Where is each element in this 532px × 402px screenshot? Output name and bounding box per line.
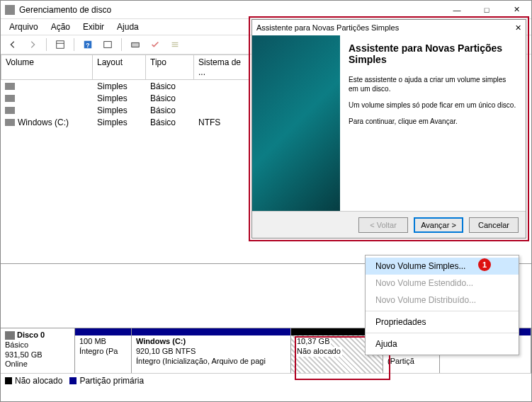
wizard-footer: < Voltar Avançar > Cancelar [252,211,526,238]
volume-fs: NTFS [194,117,249,127]
menu-ajuda[interactable]: Ajuda [111,21,145,33]
disk-icon [5,331,15,340]
wizard-heading: Assistente para Novas Partições Simples [349,42,517,65]
wizard-back-button: < Voltar [358,217,408,233]
col-filesystem[interactable]: Sistema de ... [194,54,249,80]
window-buttons: — □ ✕ [442,1,531,19]
partition-size: 100 MB [79,337,127,347]
svg-rect-0 [57,41,64,49]
svg-rect-5 [132,42,140,47]
disk-status: Online [5,360,70,369]
check-button[interactable] [147,38,163,52]
refresh-button[interactable] [100,38,115,52]
partition-status: Íntegro (Pa [79,347,127,357]
minimize-button[interactable]: — [442,1,472,19]
maximize-button[interactable]: □ [472,1,502,19]
partition[interactable]: Windows (C:) 920,10 GB NTFS Íntegro (Ini… [132,328,291,373]
svg-rect-4 [104,42,112,48]
partition-size: 920,10 GB NTFS [136,347,286,357]
menu-exibir[interactable]: Exibir [77,21,110,33]
list-button[interactable] [167,38,183,52]
col-layout[interactable]: Layout [93,54,146,80]
separator [366,333,519,333]
step-badge-1: 1 [478,258,491,271]
ctx-novo-volume-distribuido: Novo Volume Distribuído... [366,292,519,309]
drive-icon [5,95,15,102]
disk-type: Básico [5,340,70,350]
disk-name: Disco 0 [17,331,45,339]
volume-tipo: Básico [146,93,194,103]
back-button[interactable] [5,38,21,52]
disk-info[interactable]: Disco 0 Básico 931,50 GB Online [1,328,75,373]
col-volume[interactable]: Volume [1,54,93,80]
close-button[interactable]: ✕ [502,1,531,19]
volume-name: Windows (C:) [18,117,69,127]
wizard-next-button[interactable]: Avançar > [414,217,463,233]
separator [46,38,47,51]
menu-acao[interactable]: Ação [45,21,76,33]
forward-button[interactable] [25,38,40,52]
ctx-novo-volume-estendido: Novo Volume Estendido... [366,275,519,292]
app-icon [5,5,15,15]
separator [366,311,519,311]
partition-stripe [75,328,131,335]
ctx-ajuda[interactable]: Ajuda [366,335,519,352]
menu-arquivo[interactable]: Arquivo [4,21,44,33]
window-title: Gerenciamento de disco [19,5,442,15]
volume-layout: Simples [93,105,146,115]
volume-tipo: Básico [146,105,194,115]
view-button[interactable] [52,38,68,52]
help-button[interactable]: ? [80,38,96,52]
partition-size: 10,37 GB [295,337,331,347]
col-tipo[interactable]: Tipo [146,54,194,80]
legend-unallocated: Não alocado [5,376,62,386]
wizard-text: Este assistente o ajuda a criar um volum… [349,75,517,93]
partition-status: Não alocado [295,347,342,357]
volume-tipo: Básico [146,81,194,91]
context-menu: Novo Volume Simples... Novo Volume Esten… [365,255,519,355]
volume-layout: Simples [93,81,146,91]
svg-text:?: ? [86,42,89,49]
wizard-text: Um volume simples só pode ficar em um ún… [349,100,517,110]
wizard-close-button[interactable]: ✕ [515,23,521,33]
volume-layout: Simples [93,93,146,103]
wizard-titlebar: Assistente para Novas Partições Simples … [252,20,526,35]
volume-tipo: Básico [146,117,194,127]
ctx-propriedades[interactable]: Propriedades [366,314,519,331]
titlebar: Gerenciamento de disco — □ ✕ [1,1,531,19]
disk-size: 931,50 GB [5,350,70,360]
wizard-body: Assistente para Novas Partições Simples … [252,35,526,211]
grid-button[interactable] [128,38,143,52]
partition[interactable]: 100 MB Íntegro (Pa [75,328,132,373]
drive-icon [5,83,15,90]
separator [74,38,74,51]
legend: Não alocado Partição primária [1,373,531,387]
volume-layout: Simples [93,117,146,127]
wizard-sidebar-image [252,35,340,211]
wizard-text: Para continuar, clique em Avançar. [349,117,517,126]
ctx-novo-volume-simples[interactable]: Novo Volume Simples... [366,258,519,275]
partition-stripe [132,328,290,335]
wizard-cancel-button[interactable]: Cancelar [469,217,519,233]
wizard-title: Assistente para Novas Partições Simples [256,23,399,32]
legend-primary: Partição primária [69,376,144,386]
partition-status: Íntegro (Inicialização, Arquivo de pagi [136,357,286,367]
wizard-dialog: Assistente para Novas Partições Simples … [251,19,526,239]
partition-name: Windows (C:) [136,337,286,347]
wizard-main: Assistente para Novas Partições Simples … [340,35,526,211]
drive-icon [5,119,15,126]
separator [121,38,122,51]
drive-icon [5,107,15,114]
